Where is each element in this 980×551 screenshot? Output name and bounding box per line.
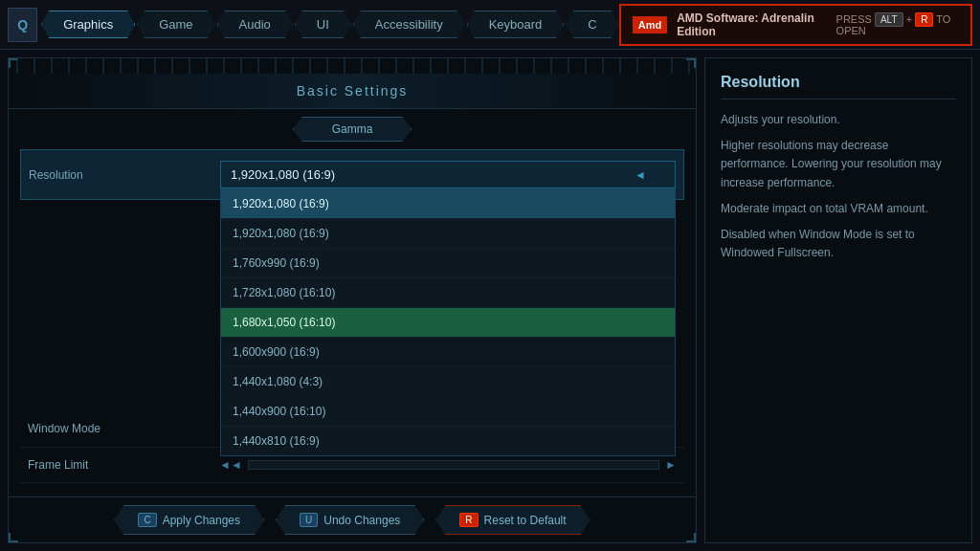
- nav-logo: Q: [8, 8, 37, 42]
- tab-graphics[interactable]: Graphics: [41, 11, 135, 38]
- dropdown-item-3[interactable]: 1,728x1,080 (16:10): [221, 278, 675, 308]
- bottom-bar: C Apply Changes U Undo Changes R Reset t…: [9, 496, 696, 542]
- resolution-selected-value: 1,920x1,080 (16:9): [231, 167, 335, 182]
- resolution-dropdown[interactable]: 1,920x1,080 (16:9) 1,920x1,080 (16:9) 1,…: [220, 188, 676, 456]
- alt-key: ALT: [875, 12, 903, 27]
- reset-default-button[interactable]: R Reset to Default: [435, 505, 590, 535]
- dropdown-item-8[interactable]: 1,440x810 (16:9): [221, 427, 675, 456]
- dropdown-item-4[interactable]: 1,680x1,050 (16:10): [221, 308, 675, 338]
- resolution-label: Resolution: [29, 168, 220, 182]
- amd-title: AMD Software: Adrenalin Edition: [677, 11, 826, 38]
- amd-shortcut: PRESS ALT + R TO OPEN: [836, 13, 959, 36]
- right-panel-text-2: Moderate impact on total VRAM amount.: [721, 200, 956, 218]
- right-panel-title: Resolution: [721, 74, 956, 99]
- frame-limit-display: [248, 460, 659, 470]
- dropdown-item-0[interactable]: 1,920x1,080 (16:9): [221, 189, 675, 219]
- resolution-row: Resolution 1,920x1,080 (16:9) ◄ 1,920x1,…: [20, 149, 684, 200]
- nav-tabs: Graphics Game Audio UI Accessibility Key…: [41, 11, 619, 38]
- resolution-dropdown-trigger[interactable]: 1,920x1,080 (16:9) ◄: [220, 161, 676, 188]
- dropdown-arrow: ◄: [635, 168, 646, 182]
- right-panel: Resolution Adjusts your resolution. High…: [704, 57, 972, 543]
- tab-audio[interactable]: Audio: [217, 11, 293, 38]
- right-panel-text-0: Adjusts your resolution.: [721, 111, 956, 129]
- top-nav: Q Graphics Game Audio UI Accessibility K…: [0, 0, 980, 50]
- settings-list: Resolution 1,920x1,080 (16:9) ◄ 1,920x1,…: [9, 149, 696, 543]
- tab-game[interactable]: Game: [137, 11, 214, 38]
- undo-key-badge: U: [300, 513, 318, 527]
- amd-logo: Amd: [633, 16, 667, 33]
- apply-label: Apply Changes: [163, 514, 240, 527]
- frame-limit-right-double[interactable]: ►: [665, 458, 677, 472]
- resolution-value: 1,920x1,080 (16:9) ◄ 1,920x1,080 (16:9) …: [220, 161, 676, 188]
- right-panel-text-1: Higher resolutions may decrease performa…: [721, 137, 956, 192]
- panel-header: Basic Settings: [9, 74, 696, 109]
- right-panel-text-3: Disabled when Window Mode is set to Wind…: [721, 226, 956, 262]
- tab-ui[interactable]: UI: [295, 11, 351, 38]
- tab-c[interactable]: C: [566, 11, 618, 38]
- undo-label: Undo Changes: [323, 514, 400, 527]
- frame-limit-label: Frame Limit: [28, 458, 219, 472]
- tab-accessibility[interactable]: Accessibility: [353, 11, 465, 38]
- dropdown-item-1[interactable]: 1,920x1,080 (16:9): [221, 219, 675, 249]
- dropdown-item-2[interactable]: 1,760x990 (16:9): [221, 249, 675, 278]
- reset-key-badge: R: [459, 513, 478, 527]
- window-mode-label: Window Mode: [28, 422, 219, 435]
- dropdown-item-5[interactable]: 1,600x900 (16:9): [221, 338, 675, 367]
- dropdown-item-7[interactable]: 1,440x900 (16:10): [221, 397, 675, 427]
- amd-notification: Amd AMD Software: Adrenalin Edition PRES…: [619, 4, 972, 46]
- left-panel: Basic Settings Gamma Resolution 1,920x1,…: [8, 57, 697, 543]
- reset-label: Reset to Default: [484, 514, 567, 527]
- r-key: R: [915, 12, 933, 27]
- gamma-button[interactable]: Gamma: [293, 117, 412, 142]
- apply-changes-button[interactable]: C Apply Changes: [114, 505, 264, 535]
- main-layout: Basic Settings Gamma Resolution 1,920x1,…: [0, 50, 980, 551]
- undo-changes-button[interactable]: U Undo Changes: [276, 505, 424, 535]
- apply-key-badge: C: [138, 513, 156, 527]
- dropdown-item-6[interactable]: 1,440x1,080 (4:3): [221, 367, 675, 397]
- tab-keyboard[interactable]: Keyboard: [467, 11, 565, 38]
- frame-limit-left-double[interactable]: ◄◄: [219, 458, 242, 472]
- frame-limit-value: ◄◄ ►: [219, 458, 677, 472]
